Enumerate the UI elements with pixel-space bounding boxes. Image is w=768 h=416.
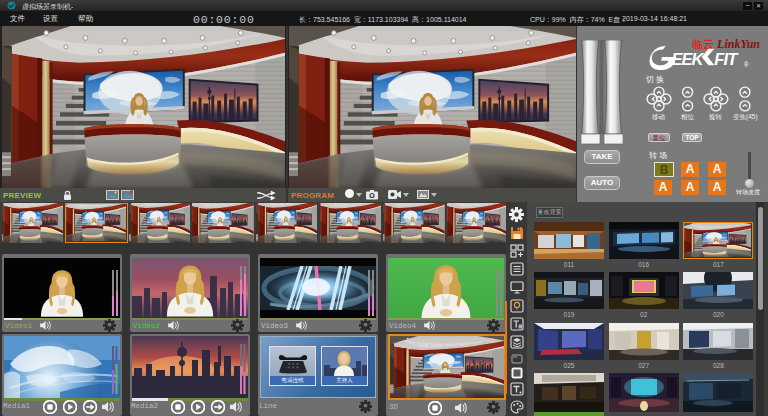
- svg-text:EEK: EEK: [671, 50, 704, 69]
- svg-text:FIT: FIT: [714, 50, 739, 69]
- svg-text:®: ®: [744, 61, 749, 68]
